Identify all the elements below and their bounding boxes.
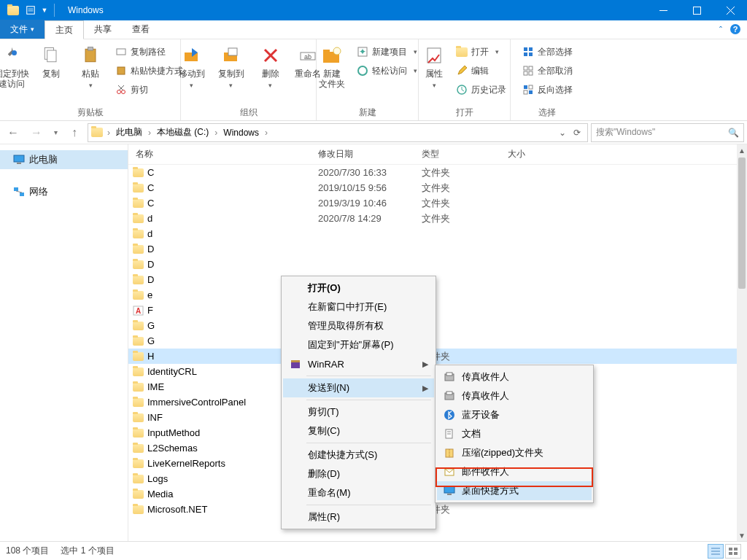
svg-rect-0: [27, 7, 35, 15]
edit-button[interactable]: 编辑: [453, 63, 509, 79]
sendto-bluetooth[interactable]: 蓝牙设备: [437, 405, 592, 424]
col-size[interactable]: 大小: [508, 148, 566, 160]
properties-button[interactable]: 属性▾: [419, 42, 449, 90]
ctx-create-shortcut[interactable]: 创建快捷方式(S): [283, 446, 434, 464]
sendto-fax2[interactable]: 传真收件人: [437, 386, 592, 405]
maximize-button[interactable]: [680, 0, 713, 20]
invertsel-button[interactable]: 反向选择: [519, 82, 576, 98]
view-details-button[interactable]: [708, 544, 724, 559]
scroll-thumb[interactable]: [738, 158, 746, 289]
table-row[interactable]: C2019/3/19 10:46文件夹: [128, 195, 737, 211]
svg-rect-46: [524, 90, 527, 94]
ctx-cut[interactable]: 剪切(T): [283, 402, 434, 421]
nav-forward-button[interactable]: →: [26, 123, 47, 142]
ctx-admin-own[interactable]: 管理员取得所有权: [283, 316, 434, 335]
organize-group-label: 组织: [240, 106, 258, 119]
address-bar[interactable]: › 此电脑› 本地磁盘 (C:)› Windows› ⌄⟳: [88, 123, 588, 142]
qat-folder-icon[interactable]: [4, 1, 22, 19]
qat-dropdown-icon[interactable]: ▼: [39, 1, 50, 19]
ctx-copy[interactable]: 复制(C): [283, 421, 434, 440]
svg-rect-64: [446, 449, 453, 457]
status-item-count: 108 个项目: [6, 545, 49, 557]
svg-rect-39: [524, 66, 527, 70]
crumb-drive[interactable]: 本地磁盘 (C:): [152, 124, 213, 141]
ctx-open-new-window[interactable]: 在新窗口中打开(E): [283, 298, 434, 316]
zip-icon: [443, 446, 456, 459]
folder-icon: [133, 475, 147, 483]
open-button[interactable]: 打开▾: [453, 44, 509, 60]
address-dropdown-icon[interactable]: ⌄: [555, 124, 570, 141]
table-row[interactable]: C2019/10/15 9:56文件夹: [128, 180, 737, 195]
tab-view[interactable]: 查看: [122, 20, 160, 39]
newfolder-button[interactable]: 新建 文件夹: [314, 42, 349, 89]
selectall-button[interactable]: 全部选择: [519, 44, 576, 60]
svg-rect-73: [734, 548, 738, 551]
mail-icon: [443, 465, 456, 478]
svg-point-17: [122, 90, 125, 94]
svg-rect-43: [524, 85, 527, 89]
folder-icon: [133, 398, 147, 407]
ctx-winrar[interactable]: WinRAR▶: [283, 354, 434, 373]
tab-file[interactable]: 文件 ▾: [0, 20, 44, 39]
col-type[interactable]: 类型: [422, 148, 508, 160]
table-row[interactable]: d2020/7/8 14:29文件夹: [128, 211, 737, 226]
nav-network[interactable]: 网络: [0, 182, 128, 201]
moveto-button[interactable]: 移动到▾: [174, 42, 209, 90]
svg-line-18: [119, 85, 124, 90]
nav-up-button[interactable]: ↑: [64, 123, 85, 142]
refresh-button[interactable]: ⟳: [570, 124, 584, 141]
file-name: d: [147, 228, 318, 239]
ctx-open[interactable]: 打开(O): [283, 279, 434, 298]
copyto-button[interactable]: 复制到▾: [214, 42, 249, 90]
folder-icon: [133, 230, 147, 238]
table-row[interactable]: C2020/7/30 16:33文件夹: [128, 165, 737, 180]
sendto-zip[interactable]: 压缩(zipped)文件夹: [437, 443, 592, 462]
copy-button[interactable]: 复制: [34, 42, 69, 79]
easyaccess-button[interactable]: 轻松访问▾: [354, 63, 420, 79]
ctx-delete[interactable]: 删除(D): [283, 464, 434, 483]
qat-properties-icon[interactable]: [22, 1, 39, 19]
crumb-pc[interactable]: 此电脑: [112, 124, 147, 141]
sendto-documents[interactable]: 文档: [437, 424, 592, 443]
ribbon-collapse-icon[interactable]: ˆ: [719, 26, 722, 36]
svg-rect-45: [529, 85, 533, 89]
ctx-pin-start[interactable]: 固定到"开始"屏幕(P): [283, 335, 434, 354]
sendto-desktop-shortcut[interactable]: 桌面快捷方式: [437, 481, 592, 500]
minimize-button[interactable]: [646, 0, 680, 20]
search-input[interactable]: 搜索"Windows" 🔍: [591, 123, 744, 142]
col-name[interactable]: 名称: [133, 148, 318, 160]
nav-recent-button[interactable]: ▾: [50, 123, 61, 142]
sendto-fax1[interactable]: 传真收件人: [437, 368, 592, 386]
scroll-up-icon[interactable]: ▲: [737, 144, 747, 156]
svg-rect-48: [17, 163, 21, 164]
tab-share[interactable]: 共享: [84, 20, 122, 39]
selectnone-button[interactable]: 全部取消: [519, 63, 576, 79]
nav-thispc[interactable]: 此电脑: [0, 150, 128, 169]
help-icon[interactable]: ?: [729, 23, 741, 37]
ctx-properties[interactable]: 属性(R): [283, 508, 434, 526]
table-row[interactable]: d: [128, 226, 737, 241]
titlebar: ▼ Windows: [0, 0, 747, 20]
crumb-folder[interactable]: Windows: [219, 124, 263, 141]
folder-icon: [133, 184, 147, 192]
svg-rect-47: [14, 155, 24, 162]
tab-home[interactable]: 主页: [44, 20, 84, 39]
submenu-arrow-icon: ▶: [422, 384, 428, 393]
scroll-down-icon[interactable]: ▼: [737, 529, 747, 541]
newitem-button[interactable]: ✦新建项目▾: [354, 44, 420, 60]
nav-back-button[interactable]: ←: [3, 123, 23, 142]
delete-button[interactable]: 删除▾: [253, 42, 288, 90]
navigation-pane[interactable]: 此电脑 网络: [0, 144, 128, 541]
ctx-sendto[interactable]: 发送到(N)▶: [283, 378, 434, 397]
close-button[interactable]: [713, 0, 747, 20]
table-row[interactable]: D: [128, 257, 737, 272]
sendto-mail[interactable]: 邮件收件人: [437, 462, 592, 481]
paste-button[interactable]: 粘贴▾: [73, 42, 108, 90]
pin-to-quick-access-button[interactable]: 固定到快 速访问: [0, 42, 29, 89]
view-icons-button[interactable]: [725, 544, 741, 559]
history-button[interactable]: 历史记录: [453, 82, 509, 98]
col-date[interactable]: 修改日期: [318, 148, 422, 160]
vertical-scrollbar[interactable]: ▲ ▼: [737, 144, 747, 541]
table-row[interactable]: D: [128, 241, 737, 257]
ctx-rename[interactable]: 重命名(M): [283, 483, 434, 502]
